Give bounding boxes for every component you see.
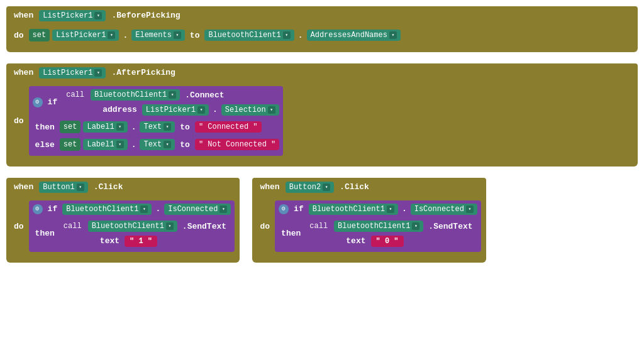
block1-dropdown3[interactable]: ▾	[174, 31, 181, 39]
block2-to-keyword: to	[177, 121, 192, 133]
block2-do-body: do ⚙ if call	[6, 82, 638, 163]
block4-then-keyword: then	[279, 227, 303, 239]
block3-text-val: " 1 "	[125, 236, 157, 247]
block1-listpicker1-pill2[interactable]: ListPicker1 ▾	[52, 30, 119, 41]
block2-label1-pill2[interactable]: Label1 ▾	[83, 139, 127, 150]
block2-set-block2[interactable]: set	[60, 138, 81, 151]
block4-when: when Button2 ▾ .Click do ⚙ if	[252, 178, 486, 263]
block3-then-keyword: then	[33, 227, 57, 239]
block4-text-val: " 0 "	[371, 236, 404, 247]
block3-sendtext-label: .SendText	[180, 221, 229, 232]
block3-then-row: then call BluetoothClient1 ▾	[29, 217, 235, 249]
block3-call-block[interactable]: call	[60, 220, 86, 232]
block2-header: when ListPicker1 ▾ .AfterPicking	[6, 63, 638, 82]
block4-button2-pill[interactable]: Button2 ▾	[286, 182, 334, 193]
block4-call-block[interactable]: call	[306, 220, 331, 232]
block2-do-keyword: do	[11, 115, 26, 127]
block2-connected-val: " Connected "	[195, 121, 262, 133]
block3-isconn-dropdown[interactable]: ▾	[219, 205, 227, 213]
block2-dot-sel: .	[211, 105, 219, 114]
block2-text-dropdown2[interactable]: ▾	[164, 141, 171, 148]
block2-if-keyword: if	[45, 96, 60, 108]
block4-isconn-dropdown[interactable]: ▾	[466, 205, 474, 213]
block2-sel-dropdown[interactable]: ▾	[268, 106, 275, 114]
block2-address-label: address	[100, 104, 140, 116]
block2-then-row: then set Label1 ▾ . Text ▾ t	[29, 118, 284, 136]
block3-isconnected-pill[interactable]: IsConnected ▾	[164, 204, 231, 215]
block3-do-keyword: do	[11, 221, 26, 232]
block4-bt-dropdown[interactable]: ▾	[387, 205, 394, 213]
gear-icon-1[interactable]: ⚙	[33, 97, 43, 107]
block1-dot1: .	[121, 31, 129, 40]
block4-do-if-row: do ⚙ if BluetoothClient1 ▾ .	[255, 199, 483, 254]
block1-set-block[interactable]: set	[29, 29, 50, 41]
bottom-blocks-row: when Button1 ▾ .Click do ⚙ if	[6, 178, 638, 263]
block3-if-row: ⚙ if BluetoothClient1 ▾ . IsConnected ▾	[29, 200, 235, 217]
block1-listpicker1-pill[interactable]: ListPicker1 ▾	[39, 10, 106, 21]
block2-lp-sel-pill[interactable]: ListPicker1 ▾	[142, 104, 209, 116]
block4-bt-pill2[interactable]: BluetoothClient1 ▾	[334, 221, 423, 232]
blocks-workspace: when ListPicker1 ▾ .BeforePicking do set…	[6, 6, 638, 263]
block2-set-block[interactable]: set	[60, 121, 81, 133]
block1-header: when ListPicker1 ▾ .BeforePicking	[6, 6, 638, 25]
block3-header: when Button1 ▾ .Click	[6, 178, 240, 196]
block4-sendtext-label: .SendText	[426, 221, 475, 232]
block1-addresses-pill[interactable]: AddressesAndNames ▾	[307, 30, 401, 41]
block2-lp-dropdown[interactable]: ▾	[197, 106, 205, 114]
block3-event-label: .Click	[91, 181, 126, 193]
block1-do-keyword: do	[11, 30, 26, 41]
block1-dropdown4[interactable]: ▾	[283, 31, 291, 39]
block2-text-pill[interactable]: Text ▾	[140, 121, 175, 133]
block4-isconnected-pill[interactable]: IsConnected ▾	[411, 204, 477, 215]
block2-label1-pill[interactable]: Label1 ▾	[83, 121, 127, 133]
block2-label1-dropdown2[interactable]: ▾	[116, 141, 124, 148]
block3-if-keyword: if	[45, 203, 60, 215]
block2-event-label: .AfterPicking	[109, 67, 177, 79]
block2-if-container: ⚙ if call BluetoothClient1 ▾	[29, 86, 284, 156]
gear-icon-3[interactable]: ⚙	[33, 204, 43, 214]
block1-do-row: do set ListPicker1 ▾ . Elements ▾ to Blu…	[9, 27, 635, 43]
block1-dropdown5[interactable]: ▾	[389, 31, 397, 39]
gear-icon-4[interactable]: ⚙	[279, 204, 289, 214]
block4-do-body: do ⚙ if BluetoothClient1 ▾ .	[252, 196, 486, 259]
block4-header: when Button2 ▾ .Click	[252, 178, 486, 196]
block1-dropdown1[interactable]: ▾	[94, 12, 102, 19]
block1-elements-pill[interactable]: Elements ▾	[131, 30, 185, 41]
block4-if-row: ⚙ if BluetoothClient1 ▾ . IsConnected ▾	[275, 200, 481, 217]
block3-do-body: do ⚙ if BluetoothClient1 ▾ .	[6, 196, 240, 259]
block3-button1-pill[interactable]: Button1 ▾	[39, 182, 87, 193]
block4-if-container: ⚙ if BluetoothClient1 ▾ . IsConnected ▾	[275, 200, 481, 252]
block3-bt-dropdown2[interactable]: ▾	[166, 222, 174, 230]
block2-selection-pill[interactable]: Selection ▾	[221, 104, 279, 116]
block1-bluetooth-pill[interactable]: BluetoothClient1 ▾	[204, 30, 294, 41]
block2-call-block[interactable]: call	[62, 89, 88, 101]
block2-dropdown1[interactable]: ▾	[94, 69, 102, 77]
block3-bt-pill[interactable]: BluetoothClient1 ▾	[62, 204, 152, 215]
block4-if-keyword: if	[291, 203, 306, 215]
block2-else-row: else set Label1 ▾ . Text ▾ t	[29, 136, 284, 153]
block3-bt-pill2[interactable]: BluetoothClient1 ▾	[88, 221, 177, 232]
block2-label1-dropdown[interactable]: ▾	[116, 123, 124, 131]
block2-text-dropdown[interactable]: ▾	[164, 123, 171, 131]
block2-do-if-row: do ⚙ if call	[9, 84, 635, 158]
block2-text-pill2[interactable]: Text ▾	[140, 139, 175, 150]
block2-not-connected-val: " Not Connected "	[195, 139, 279, 150]
block4-dropdown1[interactable]: ▾	[323, 183, 330, 191]
block2-listpicker-pill[interactable]: ListPicker1 ▾	[39, 67, 106, 79]
block4-event-label: .Click	[337, 181, 372, 193]
block4-then-row: then call BluetoothClient1 ▾	[275, 217, 481, 249]
block2-bt-dropdown[interactable]: ▾	[169, 91, 176, 99]
block1-to-keyword: to	[187, 30, 203, 41]
block2-when: when ListPicker1 ▾ .AfterPicking do ⚙ if	[6, 63, 638, 167]
block4-bt-pill[interactable]: BluetoothClient1 ▾	[309, 204, 398, 215]
block3-dot: .	[154, 204, 162, 214]
block1-do-body: do set ListPicker1 ▾ . Elements ▾ to Blu…	[6, 25, 638, 48]
block2-if-row: ⚙ if call BluetoothClient1 ▾	[29, 86, 284, 118]
block2-method-label: .Connect	[182, 89, 226, 101]
block3-dropdown1[interactable]: ▾	[77, 183, 84, 191]
block1-dropdown2[interactable]: ▾	[108, 31, 115, 39]
block4-bt-dropdown2[interactable]: ▾	[412, 222, 419, 230]
block2-bt-pill[interactable]: BluetoothClient1 ▾	[91, 89, 180, 101]
block4-dot: .	[401, 204, 408, 214]
block3-bt-dropdown[interactable]: ▾	[140, 205, 148, 213]
